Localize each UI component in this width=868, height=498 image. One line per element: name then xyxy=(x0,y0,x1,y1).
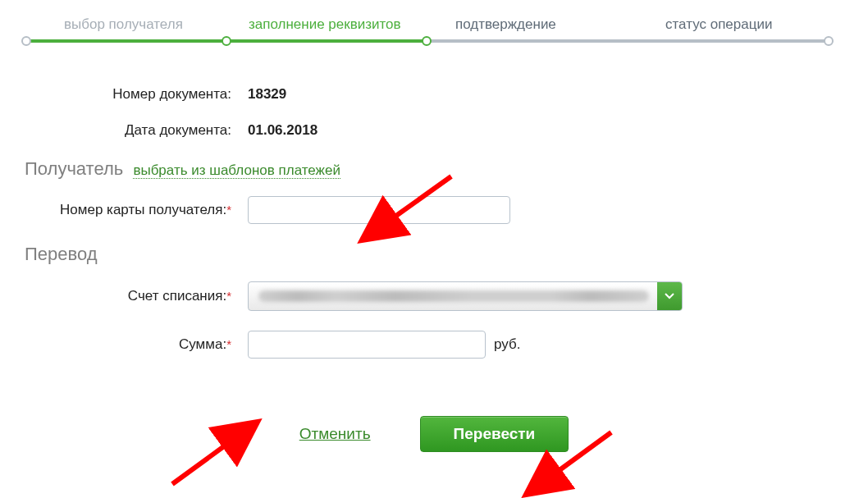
transfer-title: Перевод xyxy=(25,244,98,264)
step-dot-4 xyxy=(824,36,834,46)
step-dot-3 xyxy=(422,36,432,46)
recipient-section: Получатель выбрать из шаблонов платежей xyxy=(25,158,868,180)
step-dot-1 xyxy=(21,36,31,46)
chevron-down-icon xyxy=(657,282,682,310)
recipient-title: Получатель xyxy=(25,158,123,179)
stepper: выбор получателя заполнение реквизитов п… xyxy=(25,16,843,49)
doc-date-value: 01.06.2018 xyxy=(238,122,318,139)
recipient-card-input[interactable] xyxy=(248,196,510,224)
required-star: * xyxy=(226,203,231,217)
step-label-2: заполнение реквизитов xyxy=(249,16,401,33)
transfer-section: Перевод xyxy=(25,244,868,265)
required-star: * xyxy=(226,289,231,303)
choose-template-link[interactable]: выбрать из шаблонов платежей xyxy=(133,162,340,179)
doc-number-label: Номер документа: xyxy=(0,86,238,103)
step-label-1: выбор получателя xyxy=(64,16,183,33)
step-dot-2 xyxy=(222,36,231,46)
doc-date-label: Дата документа: xyxy=(0,122,238,139)
submit-button[interactable]: Перевести xyxy=(420,416,569,452)
card-label-text: Номер карты получателя: xyxy=(60,202,226,217)
account-label-text: Счет списания: xyxy=(128,288,226,304)
step-label-4: статус операции xyxy=(665,16,772,33)
amount-input[interactable] xyxy=(248,331,486,359)
amount-unit: руб. xyxy=(494,336,520,353)
debit-account-select[interactable] xyxy=(248,281,683,311)
doc-number-value: 18329 xyxy=(238,86,286,103)
required-star: * xyxy=(226,337,231,351)
account-masked-value xyxy=(258,290,649,302)
actions-row: Отменить Перевести xyxy=(0,416,868,452)
amount-label-text: Сумма: xyxy=(179,336,226,352)
account-label: Счет списания:* xyxy=(0,288,238,304)
step-label-3: подтверждение xyxy=(455,16,556,33)
form-content: Номер документа: 18329 Дата документа: 0… xyxy=(0,86,868,452)
card-label: Номер карты получателя:* xyxy=(0,202,238,218)
cancel-button[interactable]: Отменить xyxy=(299,425,371,443)
amount-label: Сумма:* xyxy=(0,336,238,353)
